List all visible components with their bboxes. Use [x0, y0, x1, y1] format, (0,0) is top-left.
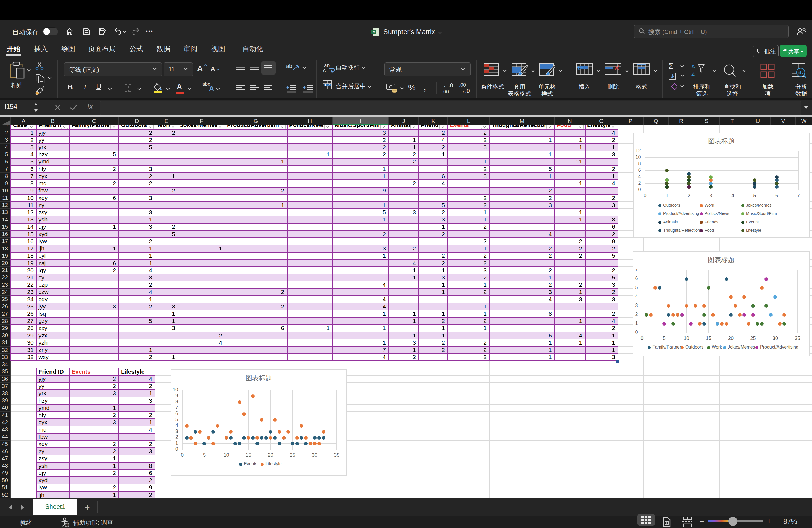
- svg-text:x: x: [373, 30, 375, 34]
- svg-text:Z: Z: [691, 71, 695, 77]
- svg-text:A: A: [691, 63, 695, 70]
- svg-text:!: !: [67, 524, 68, 527]
